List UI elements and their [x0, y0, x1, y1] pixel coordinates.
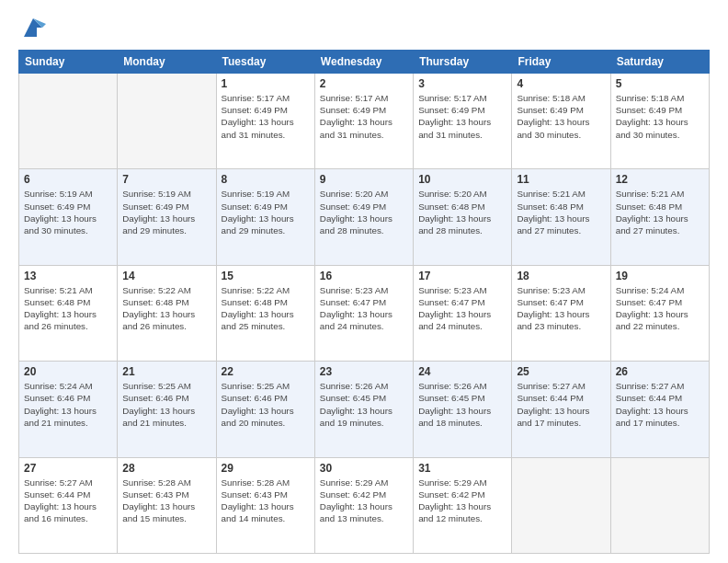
calendar-cell: 14Sunrise: 5:22 AMSunset: 6:48 PMDayligh…	[118, 265, 216, 361]
calendar-cell: 23Sunrise: 5:26 AMSunset: 6:45 PMDayligh…	[314, 362, 413, 457]
calendar-cell: 16Sunrise: 5:23 AMSunset: 6:47 PMDayligh…	[314, 265, 413, 361]
calendar-cell: 24Sunrise: 5:26 AMSunset: 6:45 PMDayligh…	[414, 362, 512, 457]
day-number: 8	[222, 173, 310, 186]
calendar-cell: 25Sunrise: 5:27 AMSunset: 6:44 PMDayligh…	[512, 362, 610, 457]
calendar-cell: 4Sunrise: 5:18 AMSunset: 6:49 PMDaylight…	[512, 74, 610, 169]
calendar-header-sunday: Sunday	[19, 51, 118, 74]
calendar-cell: 21Sunrise: 5:25 AMSunset: 6:46 PMDayligh…	[118, 362, 216, 457]
day-detail: Sunrise: 5:23 AMSunset: 6:47 PMDaylight:…	[320, 284, 408, 333]
day-number: 27	[24, 462, 112, 475]
day-number: 3	[418, 77, 506, 90]
calendar-cell: 9Sunrise: 5:20 AMSunset: 6:49 PMDaylight…	[314, 169, 413, 265]
calendar-cell	[118, 74, 216, 169]
calendar-cell: 10Sunrise: 5:20 AMSunset: 6:48 PMDayligh…	[414, 169, 512, 265]
day-detail: Sunrise: 5:27 AMSunset: 6:44 PMDaylight:…	[517, 380, 605, 429]
day-number: 28	[122, 462, 210, 475]
calendar-cell: 3Sunrise: 5:17 AMSunset: 6:49 PMDaylight…	[414, 74, 512, 169]
day-number: 29	[222, 462, 310, 475]
calendar-header-thursday: Thursday	[414, 51, 512, 74]
calendar-cell: 28Sunrise: 5:28 AMSunset: 6:43 PMDayligh…	[118, 457, 216, 553]
day-number: 11	[517, 173, 605, 186]
day-detail: Sunrise: 5:19 AMSunset: 6:49 PMDaylight:…	[24, 188, 112, 236]
day-detail: Sunrise: 5:18 AMSunset: 6:49 PMDaylight:…	[517, 92, 605, 141]
day-number: 22	[222, 365, 310, 378]
page: SundayMondayTuesdayWednesdayThursdayFrid…	[0, 0, 728, 563]
day-number: 2	[320, 77, 408, 90]
logo	[18, 15, 46, 40]
calendar-cell: 26Sunrise: 5:27 AMSunset: 6:44 PMDayligh…	[610, 362, 709, 457]
calendar-header-tuesday: Tuesday	[216, 51, 314, 74]
calendar-week-4: 20Sunrise: 5:24 AMSunset: 6:46 PMDayligh…	[19, 362, 710, 457]
day-number: 23	[320, 365, 408, 378]
day-number: 19	[616, 270, 704, 282]
day-number: 1	[222, 77, 310, 90]
day-detail: Sunrise: 5:20 AMSunset: 6:49 PMDaylight:…	[320, 188, 408, 236]
day-detail: Sunrise: 5:17 AMSunset: 6:49 PMDaylight:…	[222, 92, 310, 141]
calendar-cell: 5Sunrise: 5:18 AMSunset: 6:49 PMDaylight…	[610, 74, 709, 169]
day-number: 18	[517, 270, 605, 282]
day-detail: Sunrise: 5:17 AMSunset: 6:49 PMDaylight:…	[418, 92, 506, 141]
day-detail: Sunrise: 5:21 AMSunset: 6:48 PMDaylight:…	[616, 188, 704, 236]
day-detail: Sunrise: 5:28 AMSunset: 6:43 PMDaylight:…	[222, 477, 310, 525]
calendar-cell: 31Sunrise: 5:29 AMSunset: 6:42 PMDayligh…	[414, 457, 512, 553]
calendar-cell: 18Sunrise: 5:23 AMSunset: 6:47 PMDayligh…	[512, 265, 610, 361]
day-detail: Sunrise: 5:24 AMSunset: 6:47 PMDaylight:…	[616, 284, 704, 333]
calendar-header-friday: Friday	[512, 51, 610, 74]
calendar-cell: 30Sunrise: 5:29 AMSunset: 6:42 PMDayligh…	[314, 457, 413, 553]
day-number: 30	[320, 462, 408, 475]
calendar-week-5: 27Sunrise: 5:27 AMSunset: 6:44 PMDayligh…	[19, 457, 710, 553]
day-detail: Sunrise: 5:22 AMSunset: 6:48 PMDaylight:…	[222, 284, 310, 333]
calendar-header-saturday: Saturday	[610, 51, 709, 74]
day-detail: Sunrise: 5:29 AMSunset: 6:42 PMDaylight:…	[320, 477, 408, 525]
day-detail: Sunrise: 5:24 AMSunset: 6:46 PMDaylight:…	[24, 380, 112, 429]
calendar-cell: 7Sunrise: 5:19 AMSunset: 6:49 PMDaylight…	[118, 169, 216, 265]
day-number: 7	[122, 173, 210, 186]
day-detail: Sunrise: 5:18 AMSunset: 6:49 PMDaylight:…	[616, 92, 704, 141]
day-detail: Sunrise: 5:25 AMSunset: 6:46 PMDaylight:…	[122, 380, 210, 429]
day-number: 16	[320, 270, 408, 282]
day-detail: Sunrise: 5:17 AMSunset: 6:49 PMDaylight:…	[320, 92, 408, 141]
calendar-cell: 11Sunrise: 5:21 AMSunset: 6:48 PMDayligh…	[512, 169, 610, 265]
day-number: 14	[122, 270, 210, 282]
day-number: 26	[616, 365, 704, 378]
calendar-header-monday: Monday	[118, 51, 216, 74]
calendar-cell: 12Sunrise: 5:21 AMSunset: 6:48 PMDayligh…	[610, 169, 709, 265]
day-number: 31	[418, 462, 506, 475]
day-detail: Sunrise: 5:27 AMSunset: 6:44 PMDaylight:…	[24, 477, 112, 525]
day-number: 10	[418, 173, 506, 186]
day-number: 4	[517, 77, 605, 90]
day-number: 21	[122, 365, 210, 378]
day-detail: Sunrise: 5:29 AMSunset: 6:42 PMDaylight:…	[418, 477, 506, 525]
day-number: 20	[24, 365, 112, 378]
calendar-cell: 6Sunrise: 5:19 AMSunset: 6:49 PMDaylight…	[19, 169, 118, 265]
day-number: 12	[616, 173, 704, 186]
calendar-cell	[610, 457, 709, 553]
calendar-cell: 8Sunrise: 5:19 AMSunset: 6:49 PMDaylight…	[216, 169, 314, 265]
calendar: SundayMondayTuesdayWednesdayThursdayFrid…	[18, 50, 710, 554]
day-number: 9	[320, 173, 408, 186]
calendar-cell	[512, 457, 610, 553]
day-detail: Sunrise: 5:26 AMSunset: 6:45 PMDaylight:…	[320, 380, 408, 429]
day-detail: Sunrise: 5:21 AMSunset: 6:48 PMDaylight:…	[517, 188, 605, 236]
day-number: 15	[222, 270, 310, 282]
calendar-week-3: 13Sunrise: 5:21 AMSunset: 6:48 PMDayligh…	[19, 265, 710, 361]
day-detail: Sunrise: 5:23 AMSunset: 6:47 PMDaylight:…	[517, 284, 605, 333]
calendar-cell: 17Sunrise: 5:23 AMSunset: 6:47 PMDayligh…	[414, 265, 512, 361]
day-detail: Sunrise: 5:27 AMSunset: 6:44 PMDaylight:…	[616, 380, 704, 429]
calendar-cell: 20Sunrise: 5:24 AMSunset: 6:46 PMDayligh…	[19, 362, 118, 457]
day-number: 5	[616, 77, 704, 90]
day-detail: Sunrise: 5:23 AMSunset: 6:47 PMDaylight:…	[418, 284, 506, 333]
calendar-cell: 2Sunrise: 5:17 AMSunset: 6:49 PMDaylight…	[314, 74, 413, 169]
day-detail: Sunrise: 5:28 AMSunset: 6:43 PMDaylight:…	[122, 477, 210, 525]
day-number: 6	[24, 173, 112, 186]
day-detail: Sunrise: 5:20 AMSunset: 6:48 PMDaylight:…	[418, 188, 506, 236]
calendar-cell: 13Sunrise: 5:21 AMSunset: 6:48 PMDayligh…	[19, 265, 118, 361]
calendar-week-2: 6Sunrise: 5:19 AMSunset: 6:49 PMDaylight…	[19, 169, 710, 265]
header	[18, 15, 710, 40]
logo-icon	[20, 15, 46, 40]
day-number: 13	[24, 270, 112, 282]
calendar-week-1: 1Sunrise: 5:17 AMSunset: 6:49 PMDaylight…	[19, 74, 710, 169]
calendar-cell	[19, 74, 118, 169]
day-detail: Sunrise: 5:19 AMSunset: 6:49 PMDaylight:…	[122, 188, 210, 236]
day-detail: Sunrise: 5:22 AMSunset: 6:48 PMDaylight:…	[122, 284, 210, 333]
